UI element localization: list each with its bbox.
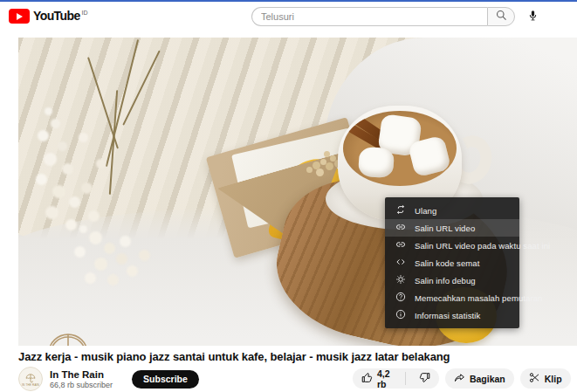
video-scene-marshmallow <box>358 147 395 179</box>
context-menu-label: Ulang <box>415 206 436 216</box>
like-button[interactable]: 4,2 rb <box>353 368 401 389</box>
voice-search-button[interactable] <box>522 6 543 27</box>
microphone-icon <box>527 10 539 24</box>
context-menu-item-copy-url[interactable]: Salin URL video <box>385 219 519 237</box>
context-menu-label: Salin kode semat <box>415 258 479 268</box>
channel-name[interactable]: In The Rain <box>50 369 113 380</box>
search-button[interactable] <box>487 7 515 26</box>
context-menu-item-copy-url-at-time[interactable]: Salin URL video pada waktu saat ini <box>385 237 519 254</box>
dislike-button[interactable] <box>410 368 439 389</box>
youtube-watch-page: YouTube ID <box>0 0 577 392</box>
topbar: YouTube ID <box>0 2 577 31</box>
info-icon <box>395 307 406 323</box>
link-icon <box>395 237 406 253</box>
video-actions: 4,2 rb Bagikan <box>353 368 577 389</box>
channel-avatar-caption: IN THE RAIN <box>22 383 39 387</box>
share-label: Bagikan <box>470 374 505 384</box>
context-menu-label: Salin URL video <box>415 224 475 233</box>
subscribe-button[interactable]: Subscribe <box>132 370 199 389</box>
search-input[interactable] <box>251 7 487 26</box>
pill-divider <box>405 372 406 385</box>
context-menu-label: Informasi statistik <box>415 311 480 320</box>
channel-watermark-umbrella-logo <box>43 326 93 346</box>
search-icon <box>496 10 507 24</box>
channel-row: IN THE RAIN In The Rain 66,8 rb subscrib… <box>18 367 199 391</box>
region-label: ID <box>82 9 88 17</box>
channel-avatar[interactable]: IN THE RAIN <box>18 367 43 391</box>
youtube-logo[interactable]: YouTube ID <box>9 9 88 24</box>
scissors-icon <box>529 372 540 385</box>
video-player[interactable]: Ulang Salin URL video Salin URL video pa… <box>18 38 577 346</box>
thumb-up-icon <box>361 372 373 385</box>
debug-icon <box>395 272 406 288</box>
like-count: 4,2 rb <box>377 368 392 389</box>
video-scene-dried-flowers <box>79 225 87 233</box>
context-menu-label: Memecahkan masalah pemutaran <box>415 293 542 303</box>
youtube-logo-text: YouTube <box>33 9 80 24</box>
thumb-down-icon <box>419 372 430 385</box>
video-scene-mug-opening <box>343 111 457 186</box>
context-menu-item-copy-debug[interactable]: Salin info debug <box>385 272 519 289</box>
channel-meta: In The Rain 66,8 rb subscriber <box>50 369 113 389</box>
context-menu-item-troubleshoot[interactable]: Memecahkan masalah pemutaran <box>385 289 519 306</box>
context-menu-item-copy-embed[interactable]: Salin kode semat <box>385 254 519 272</box>
player-context-menu: Ulang Salin URL video Salin URL video pa… <box>385 197 519 328</box>
context-menu-label: Salin URL video pada waktu saat ini <box>415 241 550 251</box>
clip-button[interactable]: Klip <box>520 368 571 389</box>
video-scene-dried-sprigs <box>306 167 313 173</box>
youtube-play-icon <box>9 9 30 24</box>
search-bar <box>251 7 543 26</box>
share-button[interactable]: Bagikan <box>445 368 514 389</box>
code-icon <box>395 255 406 271</box>
context-menu-item-loop[interactable]: Ulang <box>385 202 519 219</box>
video-title: Jazz kerja - musik piano jazz santai unt… <box>18 350 560 363</box>
subscriber-count: 66,8 rb subscriber <box>50 381 113 389</box>
context-menu-item-stats[interactable]: Informasi statistik <box>385 306 519 324</box>
link-icon <box>395 220 406 236</box>
clip-label: Klip <box>545 374 562 384</box>
share-icon <box>454 372 465 385</box>
video-scene-dried-flowers <box>45 107 52 115</box>
context-menu-label: Salin info debug <box>415 276 476 285</box>
loop-icon <box>395 203 406 218</box>
help-icon <box>395 290 406 306</box>
like-dislike-pill: 4,2 rb <box>353 368 439 389</box>
